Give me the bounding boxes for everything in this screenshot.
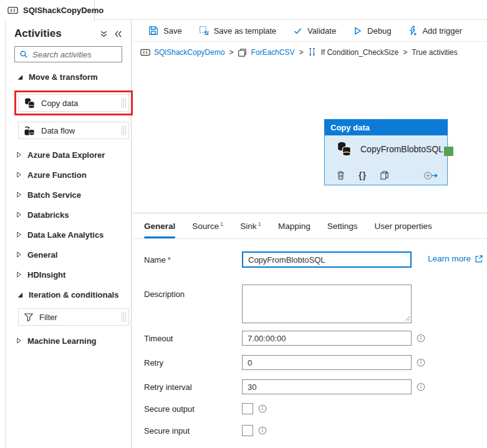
breadcrumb: SQlShackCopyDemo > ForEachCSV > If Condi… (132, 42, 487, 63)
secure-input-checkbox[interactable] (242, 425, 253, 436)
drag-handle[interactable] (122, 312, 126, 322)
drag-handle[interactable] (122, 125, 126, 135)
name-input[interactable] (242, 251, 412, 268)
pipeline-toolbar: Save Save as template Validate Debug Add… (132, 20, 487, 42)
activities-sidebar: Activities Move & transform Cop (5, 20, 132, 448)
save-icon (148, 26, 158, 36)
pipeline-tab[interactable]: SQlShackCopyDemo (0, 0, 95, 21)
caret-collapsed-icon (16, 211, 22, 218)
info-icon (258, 426, 267, 435)
sidebar-group-azure-function[interactable]: Azure Function (6, 165, 131, 184)
debug-button[interactable]: Debug (353, 26, 391, 36)
search-icon (19, 50, 28, 59)
collapse-panel-icon[interactable] (114, 30, 122, 38)
search-activities-input[interactable] (32, 50, 117, 59)
sidebar-group-move-transform[interactable]: Move & transform (6, 67, 131, 86)
sidebar-group-hdinsight[interactable]: HDInsight (6, 265, 131, 284)
source-error-badge: 1 (220, 220, 223, 227)
lightning-plus-icon (408, 26, 417, 36)
output-connector[interactable] (444, 147, 453, 156)
sidebar-group-azure-data-explorer[interactable]: Azure Data Explorer (6, 145, 131, 164)
caret-collapsed-icon (16, 231, 22, 238)
info-icon (417, 358, 425, 367)
info-icon (417, 382, 425, 391)
add-trigger-button[interactable]: Add trigger (408, 26, 462, 36)
secure-output-label: Secure output (144, 404, 242, 414)
if-condition-icon (307, 47, 317, 57)
caret-collapsed-icon (16, 271, 22, 278)
secure-input-label: Secure input (144, 426, 242, 436)
caret-collapsed-icon (16, 171, 22, 178)
search-activities-box (14, 46, 122, 62)
breadcrumb-if-condition[interactable]: If Condition_CheckSize (321, 48, 398, 57)
properties-tabs: General Source1 Sink1 Mapping Settings U… (132, 213, 487, 239)
info-icon (258, 404, 267, 413)
breadcrumb-foreach-link[interactable]: ForEachCSV (251, 48, 294, 57)
sidebar-group-data-lake-analytics[interactable]: Data Lake Analytics (6, 225, 131, 244)
delete-icon[interactable] (336, 170, 345, 180)
clone-icon[interactable] (380, 170, 389, 180)
copy-data-activity-node[interactable]: Copy data CopyFromBlobtoSQL {} (324, 119, 448, 185)
tab-sink[interactable]: Sink1 (240, 213, 261, 238)
caret-expanded-icon (16, 291, 23, 298)
timeout-input[interactable] (242, 331, 412, 346)
activity-name-text: CopyFromBlobtoSQL (360, 144, 443, 154)
description-label: Description (144, 285, 242, 299)
retry-label: Retry (144, 358, 242, 368)
foreach-icon (238, 48, 247, 57)
breadcrumb-pipeline-link[interactable]: SQlShackCopyDemo (154, 48, 224, 57)
secure-output-checkbox[interactable] (242, 403, 253, 414)
sink-error-badge: 1 (258, 220, 261, 227)
retry-interval-input[interactable] (242, 379, 412, 394)
play-icon (353, 26, 362, 36)
caret-collapsed-icon (16, 151, 22, 158)
sidebar-group-machine-learning[interactable]: Machine Learning (6, 331, 131, 350)
data-flow-icon (24, 125, 36, 136)
tab-general[interactable]: General (144, 213, 175, 238)
activity-data-flow[interactable]: Data flow (18, 122, 129, 139)
info-icon (417, 334, 425, 343)
resize-grip-icon[interactable] (405, 316, 410, 321)
sidebar-group-batch-service[interactable]: Batch Service (6, 185, 131, 204)
checkmark-icon (293, 26, 302, 36)
activity-copy-data[interactable]: Copy data (18, 94, 129, 112)
tab-bar: SQlShackCopyDemo (0, 0, 487, 20)
filter-icon (24, 312, 34, 322)
timeout-label: Timeout (144, 334, 242, 343)
name-label: Name* (144, 255, 242, 265)
external-link-icon (475, 255, 483, 263)
drag-handle[interactable] (122, 98, 126, 108)
node-header[interactable]: Copy data (324, 119, 448, 135)
add-output-arrow-icon[interactable] (423, 171, 438, 180)
tab-user-properties[interactable]: User properties (375, 213, 432, 238)
collapse-all-icon[interactable] (100, 30, 108, 38)
validate-button[interactable]: Validate (293, 26, 336, 36)
caret-collapsed-icon (16, 191, 22, 198)
activity-filter[interactable]: Filter (18, 308, 129, 326)
tab-settings[interactable]: Settings (327, 213, 358, 238)
save-as-template-icon (199, 26, 209, 36)
caret-collapsed-icon (16, 251, 22, 258)
properties-panel: General Source1 Sink1 Mapping Settings U… (132, 213, 487, 448)
save-as-template-button[interactable]: Save as template (199, 26, 276, 36)
sidebar-group-databricks[interactable]: Databricks (6, 205, 131, 224)
description-textarea[interactable] (242, 285, 412, 323)
sidebar-title: Activities (14, 27, 62, 40)
tab-mapping[interactable]: Mapping (278, 213, 311, 238)
pipeline-icon (7, 6, 18, 14)
tab-source[interactable]: Source1 (192, 213, 223, 238)
save-button[interactable]: Save (148, 26, 182, 36)
sidebar-group-general[interactable]: General (6, 245, 131, 264)
pipeline-icon (140, 49, 150, 56)
required-asterisk: * (168, 255, 171, 265)
retry-interval-label: Retry interval (144, 382, 242, 392)
breadcrumb-true-activities: True activities (412, 48, 458, 57)
code-braces-icon[interactable]: {} (359, 170, 367, 180)
tab-title: SQlShackCopyDemo (23, 6, 104, 15)
caret-collapsed-icon (16, 337, 22, 344)
retry-input[interactable] (242, 355, 412, 370)
learn-more-link[interactable]: Learn more (428, 254, 483, 263)
copy-data-icon (336, 142, 352, 157)
sidebar-group-iteration-conditionals[interactable]: Iteration & conditionals (6, 285, 131, 304)
caret-expanded-icon (16, 74, 23, 80)
